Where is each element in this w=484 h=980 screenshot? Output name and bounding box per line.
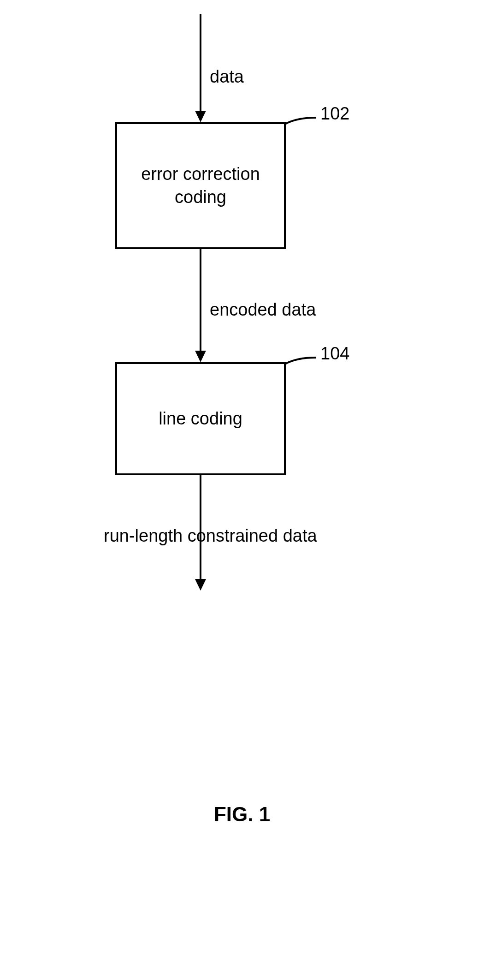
input-label: data xyxy=(210,67,244,87)
arrow-output-head xyxy=(195,579,206,591)
block2-ref: 104 xyxy=(320,344,349,364)
block2-text: line coding xyxy=(159,407,242,430)
output-label: run-length constrained data xyxy=(104,526,317,546)
callout-line-102 xyxy=(286,118,316,124)
block-line-coding: line coding xyxy=(115,362,286,475)
diagram-svg xyxy=(81,14,403,706)
arrow-mid-head xyxy=(195,351,206,362)
figure-caption: FIG. 1 xyxy=(214,803,270,826)
mid-label: encoded data xyxy=(210,300,316,320)
block1-text: error correction coding xyxy=(141,163,260,209)
callout-line-104 xyxy=(286,358,316,364)
block1-ref: 102 xyxy=(320,104,349,124)
arrow-input-head xyxy=(195,111,206,122)
block-error-correction: error correction coding xyxy=(115,122,286,249)
